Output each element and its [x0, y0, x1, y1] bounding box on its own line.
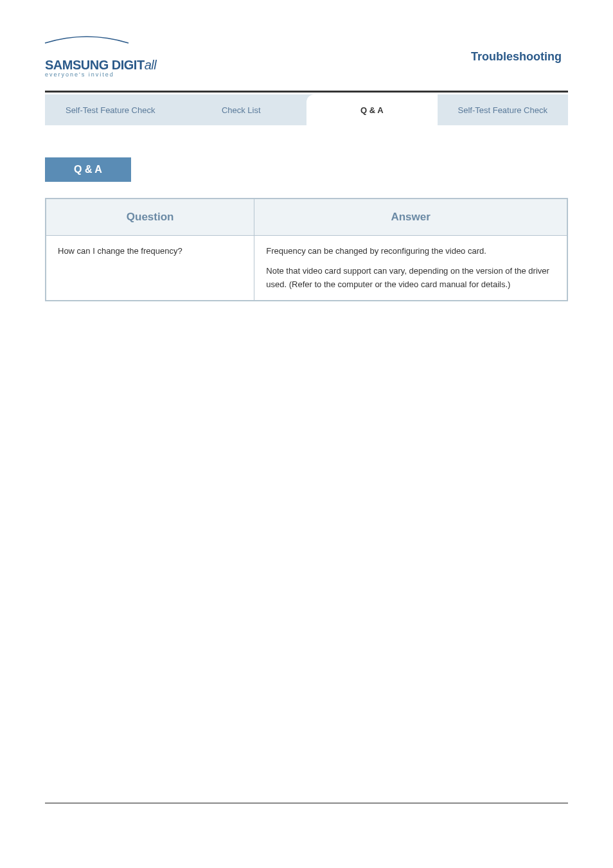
tab-self-test-1[interactable]: Self-Test Feature Check [45, 94, 176, 125]
answer-cell: Frequency can be changed by reconfigurin… [254, 236, 567, 301]
logo-brand-bold: SAMSUNG DIGIT [45, 58, 145, 72]
table-header-answer: Answer [254, 199, 567, 236]
tab-bar: Self-Test Feature Check Check List Q & A… [45, 94, 568, 125]
table-header-question: Question [46, 199, 254, 236]
header-divider [45, 91, 568, 93]
answer-line-2: Note that video card support can vary, d… [266, 265, 555, 292]
table-row: How can I change the frequency? Frequenc… [46, 236, 567, 301]
footer-divider [45, 802, 568, 804]
tab-qa[interactable]: Q & A [306, 94, 438, 125]
tab-self-test-2[interactable]: Self-Test Feature Check [438, 94, 569, 125]
logo-arc-icon [42, 33, 132, 46]
qa-table: Question Answer How can I change the fre… [45, 198, 568, 301]
question-cell: How can I change the frequency? [46, 236, 254, 301]
section-badge: Q & A [45, 157, 131, 182]
answer-line-1: Frequency can be changed by reconfigurin… [266, 245, 555, 258]
page-title: Troubleshooting [471, 50, 562, 64]
logo-brand-italic: all [145, 58, 157, 72]
tab-check-list[interactable]: Check List [176, 94, 307, 125]
